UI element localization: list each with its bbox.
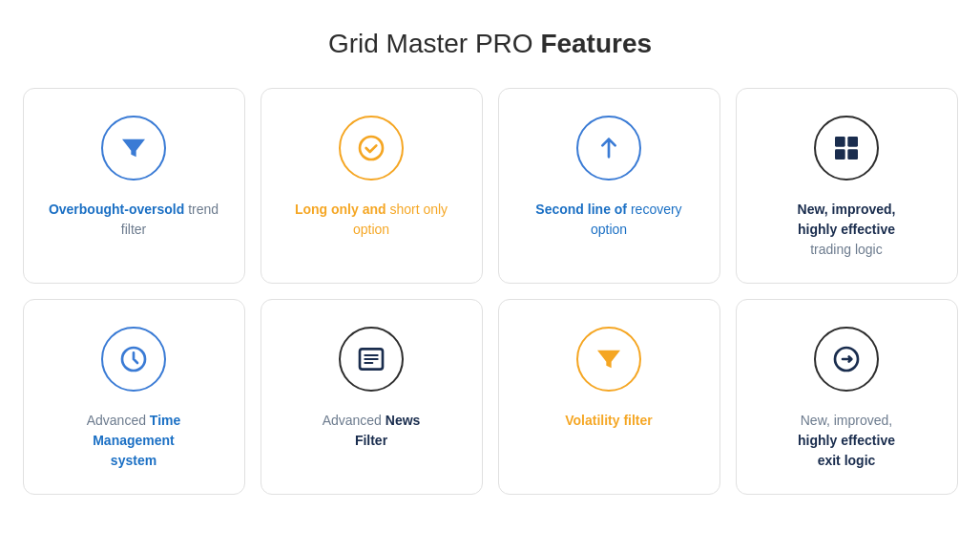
icon-circle-clock [101,327,166,392]
card-trading-gray: trading logic [810,242,883,257]
filter-orange-icon [594,344,624,374]
card-overbought-bold: Overbought-oversold [49,202,184,217]
icon-circle-filter [101,116,166,181]
check-circle-icon [356,133,386,163]
icon-circle-check [339,116,404,181]
svg-rect-4 [847,149,858,160]
card-long-only: Long only and short only option [261,88,483,284]
card-time-gray: Advanced [87,413,150,428]
card-new-improved-trading-text: New, improved,highly effectivetrading lo… [798,200,896,260]
icon-circle-volatility [576,327,641,392]
card-long-bold: Long only and [295,202,386,217]
card-volatility-bold: Volatility filter [565,413,653,428]
card-advanced-time-text: Advanced TimeManagementsystem [87,411,181,471]
svg-rect-2 [847,137,858,147]
card-new-improved-exit: New, improved,highly effectiveexit logic [736,299,958,495]
card-second-line-text: Second line of recovery option [518,200,700,240]
svg-point-0 [360,137,383,160]
svg-rect-1 [835,137,845,147]
card-new-improved-trading: New, improved,highly effectivetrading lo… [736,88,958,284]
card-volatility-text: Volatility filter [565,411,653,431]
icon-circle-table [814,116,879,181]
icon-circle-diamond [814,327,879,392]
card-overbought-text: Overbought-oversold trend filter [43,200,225,240]
card-overbought-oversold: Overbought-oversold trend filter [23,88,245,284]
card-exit-text: New, improved,highly effectiveexit logic [798,411,895,471]
page-title: Grid Master PRO Features [328,29,652,59]
card-exit-bold: highly effectiveexit logic [798,433,895,468]
card-news-text: Advanced NewsFilter [323,411,421,451]
card-exit-gray: New, improved, [801,413,892,428]
svg-rect-3 [835,149,845,160]
diamond-arrow-icon [831,344,862,374]
card-long-only-text: Long only and short only option [281,200,463,240]
icon-circle-news [339,327,404,392]
card-advanced-news: Advanced NewsFilter [261,299,483,495]
filter-icon [118,133,149,163]
card-volatility: Volatility filter [498,299,720,495]
table-icon [831,133,862,163]
card-advanced-time: Advanced TimeManagementsystem [23,299,245,495]
features-grid: Overbought-oversold trend filter Long on… [23,88,958,495]
card-trading-bold: New, improved,highly effective [798,202,896,237]
news-icon [356,344,386,374]
icon-circle-arrow [576,116,641,181]
clock-icon [118,344,149,374]
card-news-gray: Advanced [323,413,386,428]
card-second-bold: Second line of [535,202,627,217]
arrow-up-icon [594,133,624,163]
card-second-line: Second line of recovery option [498,88,720,284]
